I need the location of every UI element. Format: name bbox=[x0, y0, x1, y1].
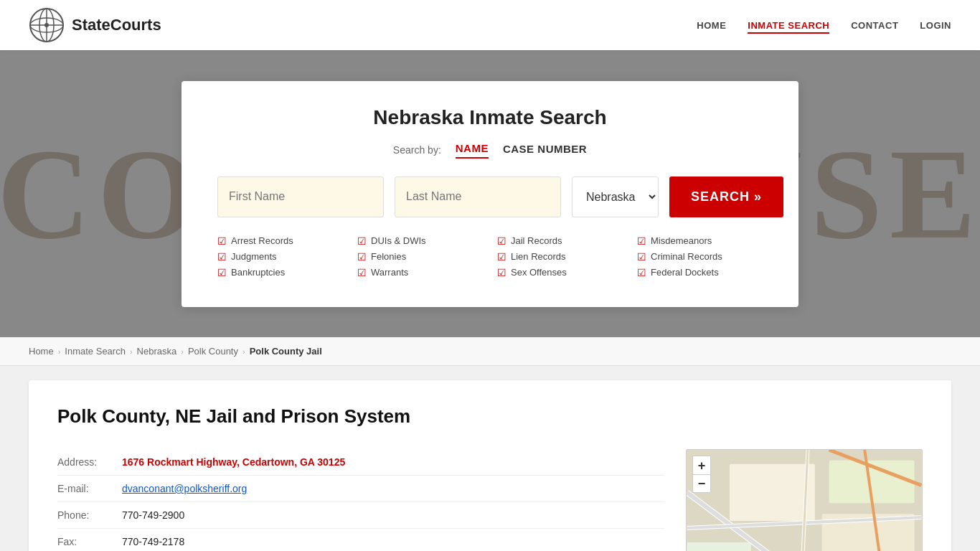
checkbox-item: ☑Sex Offenses bbox=[497, 267, 623, 278]
map-controls: + − bbox=[692, 456, 711, 493]
check-icon: ☑ bbox=[637, 251, 646, 263]
check-icon: ☑ bbox=[217, 251, 227, 263]
info-table-row: Phone: 770-749-2900 bbox=[57, 502, 664, 529]
info-table-row: Fax: 770-749-2178 bbox=[57, 529, 664, 552]
map-container: + − bbox=[686, 449, 923, 551]
checkbox-item: ☑Jail Records bbox=[497, 235, 623, 247]
nav-contact[interactable]: CONTACT bbox=[851, 20, 898, 31]
info-table-row: E-mail: dvanconant@polksheriff.org bbox=[57, 476, 664, 502]
nav-home[interactable]: HOME bbox=[697, 20, 726, 31]
logo-text: StateCourts bbox=[72, 16, 161, 34]
breadcrumb: Home › Inmate Search › Nebraska › Polk C… bbox=[0, 337, 980, 366]
search-card-title: Nebraska Inmate Search bbox=[217, 106, 763, 129]
field-value: 770-749-2900 bbox=[122, 509, 184, 521]
checkboxes-grid: ☑Arrest Records☑DUIs & DWIs☑Jail Records… bbox=[217, 235, 763, 278]
nav-login[interactable]: LOGIN bbox=[920, 20, 951, 31]
map-zoom-in[interactable]: + bbox=[692, 456, 711, 474]
breadcrumb-sep-1: › bbox=[58, 347, 61, 356]
breadcrumb-home[interactable]: Home bbox=[29, 346, 54, 357]
check-icon: ☑ bbox=[357, 235, 367, 247]
first-name-input[interactable] bbox=[217, 176, 384, 217]
checkbox-label: Judgments bbox=[231, 251, 277, 262]
checkbox-label: Bankruptcies bbox=[231, 267, 285, 278]
checkbox-item: ☑Criminal Records bbox=[637, 251, 763, 263]
tab-case-number[interactable]: CASE NUMBER bbox=[503, 143, 587, 158]
map-zoom-out[interactable]: − bbox=[692, 474, 711, 493]
checkbox-item: ☑DUIs & DWIs bbox=[357, 235, 483, 247]
check-icon: ☑ bbox=[357, 251, 367, 263]
checkbox-item: ☑Misdemeanors bbox=[637, 235, 763, 247]
checkbox-label: Federal Dockets bbox=[651, 267, 719, 278]
search-button[interactable]: SEARCH » bbox=[669, 176, 783, 217]
breadcrumb-current: Polk County Jail bbox=[250, 346, 322, 357]
nav-inmate-search[interactable]: INMATE SEARCH bbox=[748, 20, 829, 34]
field-label: Address: bbox=[57, 449, 122, 476]
check-icon: ☑ bbox=[217, 267, 227, 278]
field-label: Fax: bbox=[57, 529, 122, 552]
checkbox-label: DUIs & DWIs bbox=[371, 235, 426, 246]
field-value-cell: 1676 Rockmart Highway, Cedartown, GA 301… bbox=[122, 449, 664, 476]
info-table: Address: 1676 Rockmart Highway, Cedartow… bbox=[57, 449, 664, 551]
address-value: 1676 Rockmart Highway, Cedartown, GA 301… bbox=[122, 456, 345, 468]
state-select[interactable]: Nebraska Alabama Alaska Arizona Californ… bbox=[572, 176, 659, 217]
checkbox-item: ☑Judgments bbox=[217, 251, 343, 263]
field-label: E-mail: bbox=[57, 476, 122, 502]
field-label: Phone: bbox=[57, 502, 122, 529]
logo-area[interactable]: StateCourts bbox=[29, 7, 161, 43]
logo-icon bbox=[29, 7, 65, 43]
search-inputs-row: Nebraska Alabama Alaska Arizona Californ… bbox=[217, 176, 763, 217]
content-title: Polk County, NE Jail and Prison System bbox=[57, 405, 923, 428]
breadcrumb-sep-4: › bbox=[242, 347, 245, 356]
checkbox-item: ☑Bankruptcies bbox=[217, 267, 343, 278]
last-name-input[interactable] bbox=[395, 176, 561, 217]
field-value-cell: 770-749-2178 bbox=[122, 529, 664, 552]
content-layout: Address: 1676 Rockmart Highway, Cedartow… bbox=[57, 449, 923, 551]
field-value: 770-749-2178 bbox=[122, 536, 184, 547]
checkbox-item: ☑Warrants bbox=[357, 267, 483, 278]
breadcrumb-nebraska[interactable]: Nebraska bbox=[137, 346, 177, 357]
checkbox-label: Warrants bbox=[371, 267, 408, 278]
checkbox-label: Jail Records bbox=[511, 235, 562, 246]
hero-section: COURTHOUSE Nebraska Inmate Search Search… bbox=[0, 50, 980, 337]
content-section: Polk County, NE Jail and Prison System A… bbox=[0, 366, 980, 551]
breadcrumb-sep-3: › bbox=[181, 347, 184, 356]
checkbox-item: ☑Arrest Records bbox=[217, 235, 343, 247]
checkbox-label: Criminal Records bbox=[651, 251, 722, 262]
checkbox-item: ☑Federal Dockets bbox=[637, 267, 763, 278]
content-card: Polk County, NE Jail and Prison System A… bbox=[29, 380, 951, 551]
svg-rect-11 bbox=[687, 542, 751, 551]
breadcrumb-polk-county[interactable]: Polk County bbox=[188, 346, 238, 357]
checkbox-label: Misdemeanors bbox=[651, 235, 712, 246]
check-icon: ☑ bbox=[357, 267, 367, 278]
check-icon: ☑ bbox=[497, 235, 507, 247]
field-value-cell: dvanconant@polksheriff.org bbox=[122, 476, 664, 502]
checkbox-label: Arrest Records bbox=[231, 235, 293, 246]
info-column: Address: 1676 Rockmart Highway, Cedartow… bbox=[57, 449, 664, 551]
checkbox-item: ☑Lien Records bbox=[497, 251, 623, 263]
checkbox-label: Lien Records bbox=[511, 251, 566, 262]
check-icon: ☑ bbox=[637, 235, 646, 247]
info-table-row: Address: 1676 Rockmart Highway, Cedartow… bbox=[57, 449, 664, 476]
search-card: Nebraska Inmate Search Search by: NAME C… bbox=[182, 81, 798, 307]
check-icon: ☑ bbox=[497, 251, 507, 263]
check-icon: ☑ bbox=[637, 267, 646, 278]
search-by-label: Search by: bbox=[393, 144, 441, 156]
map-column: + − bbox=[686, 449, 923, 551]
checkbox-label: Felonies bbox=[371, 251, 406, 262]
checkbox-item: ☑Felonies bbox=[357, 251, 483, 263]
breadcrumb-sep-2: › bbox=[130, 347, 133, 356]
main-nav: HOME INMATE SEARCH CONTACT LOGIN bbox=[697, 19, 951, 31]
checkbox-label: Sex Offenses bbox=[511, 267, 567, 278]
svg-rect-8 bbox=[730, 464, 815, 521]
search-by-row: Search by: NAME CASE NUMBER bbox=[217, 142, 763, 159]
tab-name[interactable]: NAME bbox=[456, 142, 489, 159]
site-header: StateCourts HOME INMATE SEARCH CONTACT L… bbox=[0, 0, 980, 50]
breadcrumb-inmate-search[interactable]: Inmate Search bbox=[65, 346, 126, 357]
email-link[interactable]: dvanconant@polksheriff.org bbox=[122, 483, 247, 494]
field-value-cell: 770-749-2900 bbox=[122, 502, 664, 529]
check-icon: ☑ bbox=[217, 235, 227, 247]
check-icon: ☑ bbox=[497, 267, 507, 278]
map-svg: US 27 bbox=[687, 450, 922, 551]
